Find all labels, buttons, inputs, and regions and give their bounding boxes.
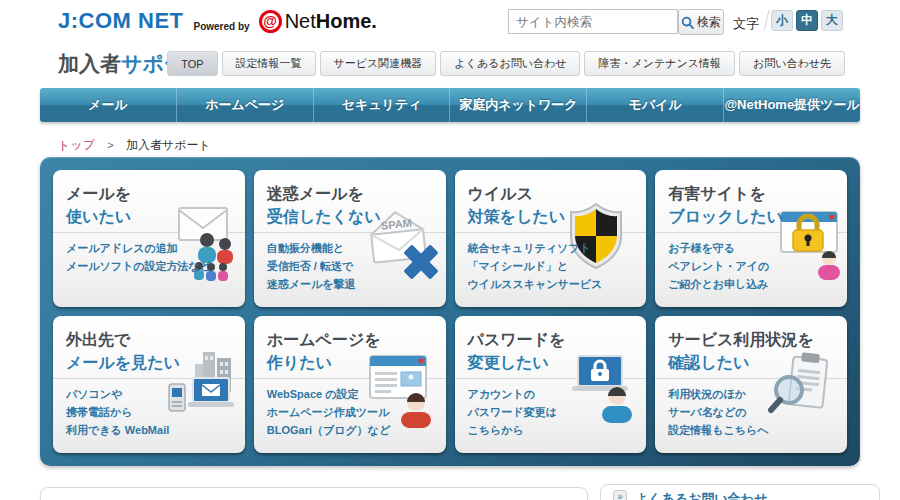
card-title-line1: ホームページを [267, 328, 446, 351]
card-title-line1: 外出先で [66, 328, 245, 351]
double-arrow-icon: » [613, 490, 627, 500]
divider [763, 10, 769, 31]
breadcrumb-current: 加入者サポート [126, 138, 211, 152]
card-create-homepage[interactable]: ホームページを 作りたい WebSpace の設定ホームページ作成ツールBLOG… [254, 316, 446, 453]
text-size-medium-button[interactable]: 中 [796, 10, 818, 31]
footer-faq-box[interactable]: » よくあるお問い合わせ [600, 484, 880, 500]
nethome-at-icon: @ [259, 10, 282, 33]
nethome-logo-text: NetHome. [285, 10, 377, 33]
search-icon [681, 16, 694, 29]
card-grid: メールを 使いたい メールアドレスの追加メールソフトの設定方法など [53, 170, 847, 453]
card-description: お子様を守るペアレント・アイのご紹介とお申し込み [668, 240, 847, 293]
card-description: パソコンや携帯電話から利用できる WebMail [66, 386, 245, 439]
card-title-line2: ブロックしたい [668, 205, 847, 228]
nav-item-homepage[interactable]: ホームページ [176, 88, 313, 122]
card-webmail[interactable]: 外出先で メールを見たい パソコンや携帯電話から利用できる WebMail [53, 316, 245, 453]
card-title-line2: メールを見たい [66, 351, 245, 374]
main-nav: メール ホームページ セキュリティ 家庭内ネットワーク モバイル @NetHom… [40, 88, 860, 122]
tab-contact[interactable]: お問い合わせ先 [739, 51, 845, 76]
card-check-usage[interactable]: サービス利用状況を 確認したい 利用状況のほかサーバ名などの設定情報もこちらへ [655, 316, 847, 453]
card-virus-protection[interactable]: ウイルス 対策をしたい 統合セキュリティソフト「マイシールド」とウイルススキャン… [455, 170, 647, 307]
nav-item-mobile[interactable]: モバイル [586, 88, 723, 122]
text-size-small-button[interactable]: 小 [771, 10, 793, 31]
search-button[interactable]: 検索 [678, 9, 724, 35]
search-button-label: 検索 [697, 14, 721, 31]
text-size-large-button[interactable]: 大 [821, 10, 843, 31]
tab-settings-list[interactable]: 設定情報一覧 [222, 51, 316, 76]
breadcrumb-home-link[interactable]: トップ [58, 138, 95, 152]
card-title-line1: サービス利用状況を [668, 328, 847, 351]
jcom-logo-text: J:COM NET [58, 8, 184, 34]
tab-service-devices[interactable]: サービス関連機器 [320, 51, 437, 76]
site-search-input[interactable] [508, 9, 678, 34]
card-change-password[interactable]: パスワードを 変更したい アカウントのパスワード変更はこちらから [455, 316, 647, 453]
nav-item-security[interactable]: セキュリティ [313, 88, 450, 122]
card-title-line1: 迷惑メールを [267, 182, 446, 205]
card-description: メールアドレスの追加メールソフトの設定方法など [66, 240, 245, 276]
card-description: 統合セキュリティソフト「マイシールド」とウイルススキャンサービス [468, 240, 647, 293]
card-title-line2: 受信したくない [267, 205, 446, 228]
jcom-nethome-logo[interactable]: J:COM NET Powered by @ NetHome. [58, 8, 377, 34]
card-description: アカウントのパスワード変更はこちらから [468, 386, 647, 439]
card-title-line2: 確認したい [668, 351, 847, 374]
support-tabs: TOP 設定情報一覧 サービス関連機器 よくあるお問い合わせ 障害・メンテナンス… [167, 51, 845, 76]
card-title-line1: メールを [66, 182, 245, 205]
support-page: J:COM NET Powered by @ NetHome. 検索 文字 小 … [0, 0, 900, 500]
card-title-line1: パスワードを [468, 328, 647, 351]
nav-item-home-network[interactable]: 家庭内ネットワーク [449, 88, 586, 122]
text-size-label: 文字 [733, 15, 759, 33]
card-title-line1: ウイルス [468, 182, 647, 205]
breadcrumb-separator: > [107, 139, 113, 151]
card-description: 利用状況のほかサーバ名などの設定情報もこちらへ [668, 386, 847, 439]
nav-item-nethome-tools[interactable]: @NetHome提供ツール [723, 88, 860, 122]
card-title-line1: 有害サイトを [668, 182, 847, 205]
card-description: WebSpace の設定ホームページ作成ツールBLOGari（ブログ）など [267, 386, 446, 439]
powered-by-label: Powered by [194, 21, 250, 32]
card-description: 自動振分機能と受信拒否 / 転送で迷惑メールを撃退 [267, 240, 446, 293]
card-block-harmful-sites[interactable]: 有害サイトを ブロックしたい お子様を守るペアレント・アイのご紹介とお申し込み [655, 170, 847, 307]
tab-top[interactable]: TOP [167, 51, 217, 76]
support-menu-panel: メールを 使いたい メールアドレスの追加メールソフトの設定方法など [40, 157, 860, 466]
card-block-spam[interactable]: 迷惑メールを 受信したくない 自動振分機能と受信拒否 / 転送で迷惑メールを撃退… [254, 170, 446, 307]
card-title-line2: 変更したい [468, 351, 647, 374]
tab-faq[interactable]: よくあるお問い合わせ [440, 51, 580, 76]
card-title-line2: 使いたい [66, 205, 245, 228]
faq-box-title: よくあるお問い合わせ [635, 490, 767, 500]
card-use-mail[interactable]: メールを 使いたい メールアドレスの追加メールソフトの設定方法など [53, 170, 245, 307]
tab-maintenance-info[interactable]: 障害・メンテナンス情報 [584, 51, 735, 76]
footer-left-box[interactable] [40, 487, 588, 500]
card-title-line2: 対策をしたい [468, 205, 647, 228]
nav-item-mail[interactable]: メール [40, 88, 176, 122]
card-title-line2: 作りたい [267, 351, 446, 374]
breadcrumb: トップ > 加入者サポート [58, 137, 211, 154]
